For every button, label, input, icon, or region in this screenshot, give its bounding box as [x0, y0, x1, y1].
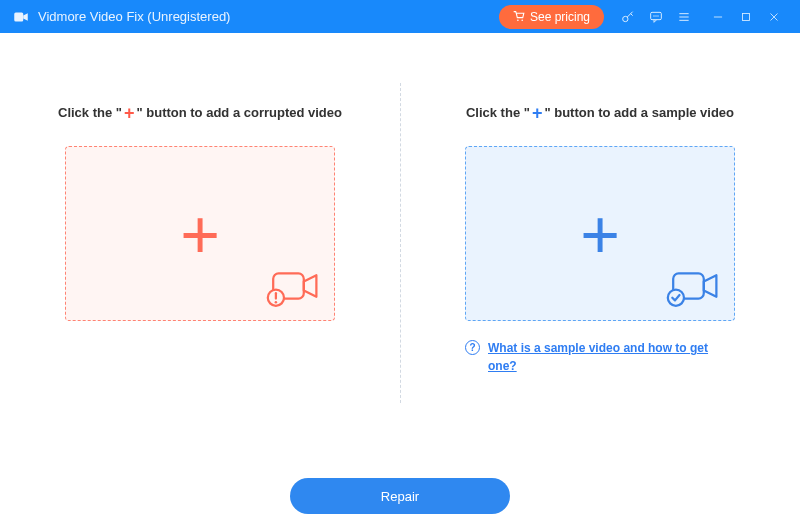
sample-instruction: Click the "+" button to add a sample vid…: [466, 101, 734, 122]
maximize-icon: [739, 10, 753, 24]
app-title: Vidmore Video Fix (Unregistered): [38, 9, 230, 24]
repair-button[interactable]: Repair: [290, 478, 510, 514]
plus-icon: +: [180, 200, 220, 268]
sample-help-row: ? What is a sample video and how to get …: [465, 339, 735, 375]
cart-icon: [513, 10, 526, 23]
close-button[interactable]: [760, 0, 788, 33]
svg-rect-0: [14, 12, 23, 21]
svg-point-7: [657, 15, 658, 16]
add-corrupted-video-dropzone[interactable]: +: [65, 146, 335, 321]
sample-camera-icon: [666, 268, 720, 308]
minimize-icon: [711, 10, 725, 24]
sample-video-column: Click the "+" button to add a sample vid…: [400, 33, 800, 478]
chat-icon: [648, 9, 664, 25]
add-sample-video-dropzone[interactable]: +: [465, 146, 735, 321]
close-icon: [767, 10, 781, 24]
corrupted-camera-icon: [266, 268, 320, 308]
menu-icon-button[interactable]: [670, 0, 698, 33]
key-icon: [620, 9, 636, 25]
plus-inline-blue: +: [530, 103, 545, 123]
vertical-divider: [400, 83, 401, 403]
see-pricing-label: See pricing: [530, 10, 590, 24]
svg-point-12: [275, 301, 278, 304]
footer: Repair: [0, 478, 800, 520]
maximize-button[interactable]: [732, 0, 760, 33]
corrupted-video-column: Click the "+" button to add a corrupted …: [0, 33, 400, 478]
svg-point-1: [517, 19, 519, 21]
svg-point-6: [655, 15, 656, 16]
app-logo-icon: [12, 8, 30, 26]
titlebar: Vidmore Video Fix (Unregistered) See pri…: [0, 0, 800, 33]
svg-point-2: [521, 19, 523, 21]
svg-rect-8: [743, 13, 750, 20]
key-icon-button[interactable]: [614, 0, 642, 33]
corrupted-instruction: Click the "+" button to add a corrupted …: [58, 101, 342, 122]
minimize-button[interactable]: [704, 0, 732, 33]
svg-point-5: [653, 15, 654, 16]
svg-point-3: [623, 16, 628, 21]
feedback-icon-button[interactable]: [642, 0, 670, 33]
sample-help-link[interactable]: What is a sample video and how to get on…: [488, 339, 735, 375]
help-icon: ?: [465, 340, 480, 355]
hamburger-icon: [676, 9, 692, 25]
plus-inline-red: +: [122, 103, 137, 123]
plus-icon: +: [580, 200, 620, 268]
see-pricing-button[interactable]: See pricing: [499, 5, 604, 29]
main-content: Click the "+" button to add a corrupted …: [0, 33, 800, 478]
